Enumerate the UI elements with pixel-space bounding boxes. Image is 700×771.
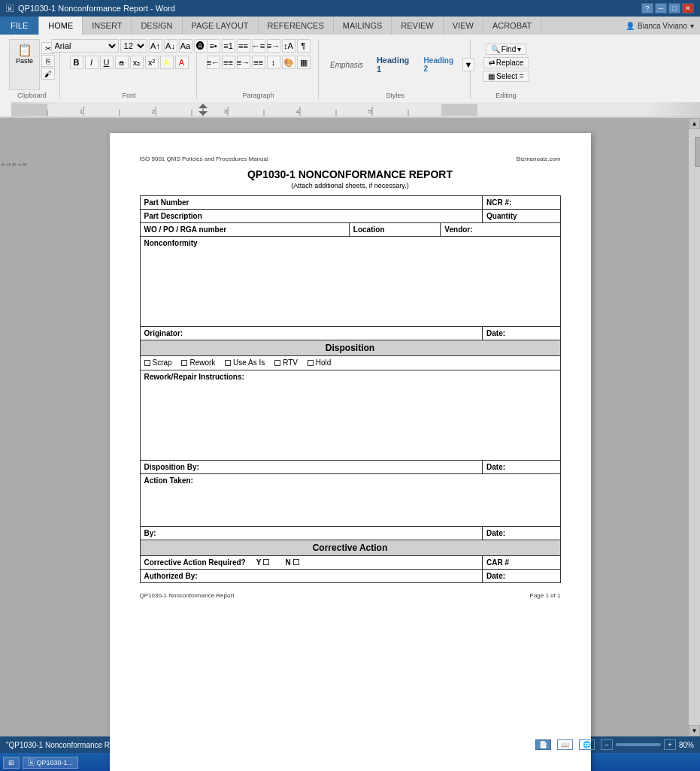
bold-button[interactable]: B bbox=[70, 56, 83, 69]
document-area: 1 2 3 4 5 6 7 8 ISO 9001 QMS Policies an… bbox=[0, 118, 700, 736]
zoom-in-button[interactable]: + bbox=[664, 739, 676, 750]
style-heading2[interactable]: Heading 2 bbox=[419, 54, 460, 75]
view-web-button[interactable]: 🌐 bbox=[579, 739, 595, 750]
tab-home[interactable]: HOME bbox=[39, 17, 83, 35]
superscript-button[interactable]: x² bbox=[145, 56, 159, 69]
action-taken-field[interactable]: Action Taken: bbox=[140, 473, 560, 526]
show-marks-button[interactable]: ¶ bbox=[297, 39, 311, 53]
view-read-button[interactable]: 📖 bbox=[557, 739, 573, 750]
strikethrough-button[interactable]: a bbox=[115, 56, 129, 69]
scroll-up-button[interactable]: ▲ bbox=[689, 118, 700, 129]
location-label: Location bbox=[349, 223, 441, 237]
rtv-checkbox-item[interactable]: RTV bbox=[274, 358, 298, 367]
select-button[interactable]: ▦ Select = bbox=[483, 71, 529, 82]
italic-button[interactable]: I bbox=[85, 56, 98, 69]
status-right: 📄 📖 🌐 − + 80% bbox=[535, 739, 694, 750]
hold-checkbox-item[interactable]: Hold bbox=[308, 358, 332, 367]
window-controls[interactable]: ? ─ □ ✕ bbox=[641, 3, 694, 14]
tab-view[interactable]: VIEW bbox=[444, 17, 483, 35]
tab-review[interactable]: REVIEW bbox=[392, 17, 443, 35]
word-taskbar-button[interactable]: 🇼 QP1030-1... bbox=[23, 757, 78, 769]
no-checkbox-item[interactable]: N bbox=[285, 558, 298, 567]
multilevel-button[interactable]: ≡≡ bbox=[237, 39, 250, 53]
ncr-label: NCR #: bbox=[483, 196, 560, 210]
style-emphasis[interactable]: Emphasis bbox=[325, 59, 368, 71]
paste-button[interactable]: 📋 Paste bbox=[9, 39, 40, 90]
scroll-thumb[interactable] bbox=[695, 137, 701, 167]
increase-font-button[interactable]: A↑ bbox=[149, 39, 162, 53]
shading-button[interactable]: 🎨 bbox=[282, 56, 295, 69]
border-button[interactable]: ▦ bbox=[297, 56, 311, 69]
change-case-button[interactable]: Aa bbox=[179, 39, 192, 53]
rework-checkbox-item[interactable]: Rework bbox=[181, 358, 215, 367]
decrease-font-button[interactable]: A↓ bbox=[164, 39, 177, 53]
sort-button[interactable]: ↕A bbox=[282, 39, 295, 53]
tab-file[interactable]: FILE bbox=[0, 17, 39, 35]
text-highlight-button[interactable]: A bbox=[160, 56, 174, 69]
view-print-button[interactable]: 📄 bbox=[535, 739, 551, 750]
use-as-is-checkbox-item[interactable]: Use As Is bbox=[225, 358, 265, 367]
select-icon: ▦ bbox=[488, 72, 495, 80]
tab-references[interactable]: REFERENCES bbox=[259, 17, 334, 35]
restore-button[interactable]: □ bbox=[668, 3, 680, 14]
ribbon: FILE HOME INSERT DESIGN PAGE LAYOUT REFE… bbox=[0, 17, 700, 118]
bullets-button[interactable]: ≡• bbox=[207, 39, 220, 53]
hold-checkbox[interactable] bbox=[308, 360, 314, 366]
nonconformity-label: Nonconformity bbox=[144, 239, 198, 247]
zoom-out-button[interactable]: − bbox=[601, 739, 613, 750]
footer-left: QP1030-1 Nonconformance Report bbox=[140, 592, 235, 599]
start-button[interactable]: ⊞ bbox=[3, 757, 20, 769]
zoom-controls[interactable]: − + 80% bbox=[601, 739, 694, 750]
date2-label: Date: bbox=[483, 460, 560, 473]
help-button[interactable]: ? bbox=[641, 3, 653, 14]
form-table: Part Number NCR #: Part Description Quan… bbox=[140, 195, 561, 583]
scroll-down-button[interactable]: ▼ bbox=[689, 725, 700, 736]
nonconformity-field[interactable]: Nonconformity bbox=[140, 237, 560, 327]
tab-insert[interactable]: INSERT bbox=[83, 17, 132, 35]
close-button[interactable]: ✕ bbox=[682, 3, 694, 14]
align-left-button[interactable]: ≡← bbox=[207, 56, 220, 69]
header-left: ISO 9001 QMS Policies and Procedures Man… bbox=[140, 156, 268, 162]
subscript-button[interactable]: x₂ bbox=[130, 56, 144, 69]
line-spacing-button[interactable]: ↕ bbox=[267, 56, 280, 69]
zoom-slider[interactable] bbox=[616, 743, 661, 746]
numbering-button[interactable]: ≡1 bbox=[222, 39, 235, 53]
yes-checkbox-item[interactable]: Y bbox=[256, 558, 270, 567]
tab-mailings[interactable]: MAILINGS bbox=[334, 17, 392, 35]
footer-right: Page 1 of 1 bbox=[530, 592, 561, 599]
use-as-is-checkbox[interactable] bbox=[225, 360, 231, 366]
report-title: QP1030-1 NONCONFORMANCE REPORT bbox=[140, 168, 561, 180]
tab-acrobat[interactable]: ACROBAT bbox=[483, 17, 541, 35]
font-color-button[interactable]: A bbox=[175, 56, 189, 69]
decrease-indent-button[interactable]: ←≡ bbox=[252, 39, 265, 53]
rework-instructions-field[interactable]: Rework/Repair Instructions: bbox=[140, 370, 560, 460]
replace-button[interactable]: ⇄ Replace bbox=[483, 57, 529, 68]
increase-indent-button[interactable]: ≡→ bbox=[267, 39, 280, 53]
align-right-button[interactable]: ≡→ bbox=[237, 56, 250, 69]
no-checkbox[interactable] bbox=[293, 559, 299, 565]
svg-text:1: 1 bbox=[80, 108, 83, 115]
font-size-select[interactable]: 12 bbox=[120, 39, 147, 53]
copy-button[interactable]: ⎘ bbox=[41, 55, 55, 67]
window-title: QP1030-1 Nonconformance Report - Word bbox=[18, 4, 175, 13]
format-painter-button[interactable]: 🖌 bbox=[41, 68, 55, 80]
table-row: Part Number NCR #: bbox=[140, 196, 560, 210]
justify-button[interactable]: ≡≡ bbox=[252, 56, 265, 69]
find-button[interactable]: 🔍 Find ▾ bbox=[486, 44, 526, 55]
tab-design[interactable]: DESIGN bbox=[132, 17, 182, 35]
ribbon-group-paragraph: ≡• ≡1 ≡≡ ←≡ ≡→ ↕A ¶ ≡← ≡≡ ≡→ ≡≡ ↕ 🎨 ▦ bbox=[198, 39, 319, 99]
font-family-select[interactable]: Arial bbox=[51, 39, 119, 53]
underline-button[interactable]: U bbox=[100, 56, 114, 69]
status-text: "QP1030-1 Nonconformance Report": 340 ch… bbox=[6, 741, 265, 749]
scrap-checkbox-item[interactable]: Scrap bbox=[144, 358, 172, 367]
style-heading1[interactable]: Heading 1 bbox=[371, 53, 416, 76]
rtv-checkbox[interactable] bbox=[274, 360, 280, 366]
scrap-checkbox[interactable] bbox=[144, 360, 150, 366]
rework-checkbox[interactable] bbox=[181, 360, 187, 366]
svg-text:4: 4 bbox=[296, 108, 300, 115]
vertical-scrollbar[interactable]: ▲ ▼ bbox=[689, 118, 700, 736]
align-center-button[interactable]: ≡≡ bbox=[222, 56, 235, 69]
minimize-button[interactable]: ─ bbox=[655, 3, 667, 14]
yes-checkbox[interactable] bbox=[263, 559, 269, 565]
tab-page-layout[interactable]: PAGE LAYOUT bbox=[183, 17, 259, 35]
